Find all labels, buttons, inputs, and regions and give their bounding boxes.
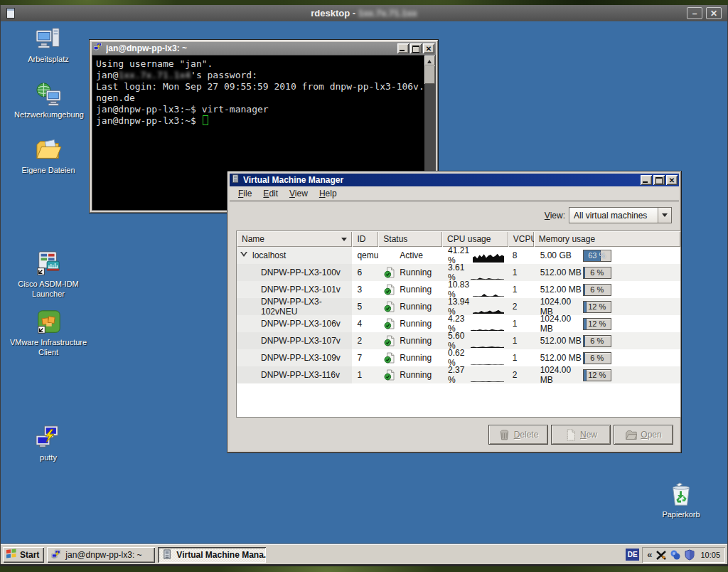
column-header-vcpus[interactable]: VCPUs — [508, 231, 534, 247]
delete-button[interactable]: Delete — [488, 425, 548, 445]
desktop-icon-cisco-asdm[interactable]: Cisco ASDM-IDM Launcher — [13, 250, 84, 300]
column-header-name[interactable]: Name — [237, 231, 352, 247]
vm-row-DNPW-PP-LX3-109v[interactable]: DNPW-PP-LX3-109v7Running0.62 %1512.00 MB… — [237, 349, 680, 366]
desktop-icon-papierkorb[interactable]: Papierkorb — [646, 481, 717, 520]
terminal-line: jan@dnpw-pp-lx3:~$ — [96, 115, 422, 127]
vm-memory: 5.00 GB63 % — [534, 247, 680, 264]
maximize-button[interactable] — [410, 43, 422, 53]
view-dropdown[interactable]: All virtual machines — [569, 207, 672, 223]
vmm-titlebar[interactable]: Virtual Machine Manager — [230, 174, 679, 186]
menu-view[interactable]: View — [284, 187, 314, 200]
new-document-icon — [564, 429, 577, 441]
vm-name: localhost — [252, 250, 286, 260]
new-button[interactable]: New — [551, 425, 611, 445]
mute-icon[interactable] — [655, 549, 667, 561]
running-icon — [384, 352, 395, 364]
putty-icon — [35, 424, 62, 451]
desktop-icon-putty[interactable]: putty — [13, 424, 84, 463]
scroll-up-icon[interactable] — [424, 55, 435, 65]
terminal-line: Using username "jan". — [96, 58, 422, 70]
vmm-button-row: DeleteNewOpen — [488, 425, 673, 445]
vm-vcpus: 1 — [508, 315, 534, 332]
vm-row-DNPW-PP-LX3-116v[interactable]: DNPW-PP-LX3-116v1Running2.37 %21024.00 M… — [237, 366, 680, 383]
vmm-window: Virtual Machine Manager FileEditViewHelp… — [227, 171, 682, 453]
menu-file[interactable]: File — [232, 187, 257, 200]
column-header-cpu-usage[interactable]: CPU usage — [442, 231, 508, 247]
close-button[interactable]: ✕ — [706, 7, 722, 19]
desktop-icon-eigene-dateien[interactable]: Eigene Dateien — [13, 137, 84, 176]
minimize-button[interactable]: – — [687, 7, 702, 19]
vm-row-localhost[interactable]: localhostqemuActive41.21 %85.00 GB63 % — [237, 247, 680, 264]
view-dropdown-value: All virtual machines — [569, 211, 658, 221]
close-button[interactable] — [666, 175, 678, 185]
vm-id: 4 — [352, 315, 378, 332]
maximize-button[interactable] — [653, 175, 665, 185]
expander-icon[interactable] — [240, 252, 248, 259]
view-label: View: — [545, 211, 565, 221]
vm-row-DNPW-PP-LX3-102vNEU[interactable]: DNPW-PP-LX3-102vNEU5Running13.94 %21024.… — [237, 298, 680, 315]
terminal-line: ngen.de — [96, 92, 422, 104]
vm-vcpus: 1 — [508, 281, 534, 298]
task-button[interactable]: jan@dnpw-pp-lx3: ~ — [47, 547, 155, 563]
vm-row-DNPW-PP-LX3-100v[interactable]: DNPW-PP-LX3-100v6Running3.61 %1512.00 MB… — [237, 264, 680, 281]
vmm-title: Virtual Machine Manager — [243, 175, 638, 185]
desktop-icon-arbeitsplatz[interactable]: Arbeitsplatz — [13, 26, 84, 65]
vm-cpu: 3.61 % — [442, 264, 508, 281]
desktop-icon-netzwerkumgebung[interactable]: Netzwerkumgebung — [9, 81, 89, 120]
vm-row-DNPW-PP-LX3-107v[interactable]: DNPW-PP-LX3-107v2Running5.60 %1512.00 MB… — [237, 332, 680, 349]
scrollbar-thumb[interactable] — [424, 65, 435, 84]
vm-name: DNPW-PP-LX3-101v — [237, 285, 341, 295]
trash-icon — [498, 429, 510, 441]
column-header-status[interactable]: Status — [378, 231, 442, 247]
vm-status: Running — [378, 366, 442, 383]
system-tray: DE « 10:05 — [626, 547, 725, 563]
vmm-body: FileEditViewHelp View: All virtual machi… — [230, 186, 679, 450]
minimize-button[interactable] — [397, 43, 409, 53]
column-header-id[interactable]: ID — [352, 231, 378, 247]
vm-name: DNPW-PP-LX3-107v — [237, 336, 341, 346]
start-button[interactable]: Start — [3, 547, 44, 563]
remote-desktop: ArbeitsplatzNetzwerkumgebungEigene Datei… — [1, 21, 727, 542]
memory-usage-bar: 12 % — [583, 318, 611, 330]
vm-table-header: NameIDStatusCPU usageVCPUsMemory usage — [237, 231, 680, 247]
vm-id: 3 — [352, 281, 378, 298]
vm-status: Running — [378, 298, 442, 315]
vm-status: Running — [378, 315, 442, 332]
terminal-output: Using username "jan".jan@1xx.7x.71.1x4's… — [96, 58, 422, 127]
chevron-down-icon[interactable] — [658, 208, 671, 223]
tray-area: « 10:05 — [642, 547, 725, 563]
vm-vcpus: 2 — [508, 298, 534, 315]
putty-titlebar[interactable]: jan@dnpw-pp-lx3: ~ — [92, 42, 436, 55]
windows-logo-icon — [6, 549, 17, 558]
vm-status: Running — [378, 349, 442, 366]
vmm-icon — [231, 174, 240, 184]
open-button[interactable]: Open — [614, 425, 673, 445]
running-icon — [384, 267, 395, 278]
running-icon — [384, 284, 395, 295]
minimize-button[interactable] — [641, 175, 652, 185]
vm-cpu: 4.23 % — [442, 315, 508, 332]
open-folder-icon — [625, 429, 637, 441]
vm-name: DNPW-PP-LX3-102vNEU — [237, 298, 352, 315]
vm-name: DNPW-PP-LX3-106v — [237, 319, 341, 329]
putty-title: jan@dnpw-pp-lx3: ~ — [106, 43, 395, 53]
desktop-icon-vmware-client[interactable]: VMware Infrastructure Client — [6, 309, 91, 358]
menu-help[interactable]: Help — [314, 187, 343, 200]
tray-expand-icon[interactable]: « — [647, 550, 652, 559]
view-row: View: All virtual machines — [230, 206, 679, 225]
blurred-ip: 1xx.7x.71.1xx — [358, 8, 417, 18]
close-button[interactable] — [423, 43, 434, 53]
rdesktop-titlebar[interactable]: rdesktop - 1xx.7x.71.1xx – ✕ — [1, 5, 727, 21]
language-indicator[interactable]: DE — [626, 549, 639, 561]
vm-row-DNPW-PP-LX3-106v[interactable]: DNPW-PP-LX3-106v4Running4.23 %11024.00 M… — [237, 315, 680, 332]
messenger-icon[interactable] — [670, 549, 681, 561]
memory-usage-bar: 6 % — [583, 284, 611, 296]
vm-row-DNPW-PP-LX3-101v[interactable]: DNPW-PP-LX3-101v3Running10.83 %1512.00 M… — [237, 281, 680, 298]
desktop-icon-label: Netzwerkumgebung — [9, 110, 89, 120]
vm-vcpus: 1 — [508, 332, 534, 349]
task-button[interactable]: Virtual Machine Mana... — [158, 547, 266, 563]
shield-icon[interactable] — [684, 549, 695, 561]
desktop-icon-label: Eigene Dateien — [13, 166, 84, 176]
column-header-memory-usage[interactable]: Memory usage — [534, 231, 680, 247]
menu-edit[interactable]: Edit — [257, 187, 284, 200]
